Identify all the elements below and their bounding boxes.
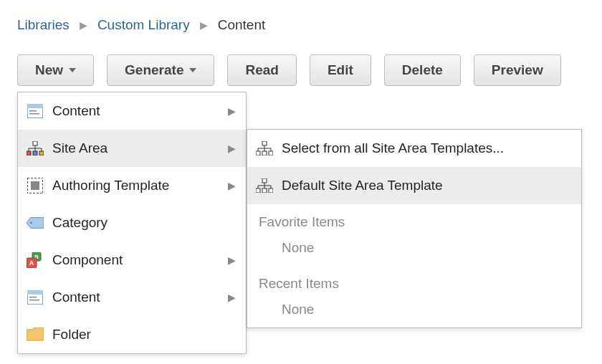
svg-point-15 bbox=[30, 222, 32, 224]
svg-rect-3 bbox=[29, 113, 39, 115]
submenu-item-label: Default Site Area Template bbox=[282, 178, 443, 193]
svg-rect-40 bbox=[262, 188, 267, 193]
new-menu: Content ▶ Site Area ▶ Authoring Template… bbox=[17, 92, 247, 354]
chevron-right-icon: ▶ bbox=[228, 143, 236, 154]
site-area-icon bbox=[256, 177, 273, 194]
generate-button[interactable]: Generate bbox=[107, 54, 214, 86]
svg-rect-2 bbox=[29, 110, 37, 112]
menu-item-label: Folder bbox=[52, 327, 91, 343]
svg-rect-24 bbox=[262, 141, 267, 145]
new-button-label: New bbox=[35, 62, 63, 78]
menu-item-content[interactable]: Content ▶ bbox=[18, 92, 246, 130]
menu-item-component[interactable]: BA Component ▶ bbox=[18, 241, 246, 279]
svg-rect-11 bbox=[33, 151, 37, 155]
chevron-right-icon: ▶ bbox=[228, 254, 236, 266]
svg-rect-12 bbox=[39, 151, 44, 155]
menu-item-label: Category bbox=[52, 215, 108, 231]
preview-button[interactable]: Preview bbox=[474, 54, 561, 86]
menu-item-content-2[interactable]: Content ▶ bbox=[18, 279, 246, 316]
menu-item-label: Site Area bbox=[52, 140, 108, 156]
menu-item-folder[interactable]: Folder bbox=[18, 316, 246, 353]
chevron-right-icon: ▶ bbox=[228, 105, 236, 117]
category-icon bbox=[27, 214, 44, 231]
breadcrumb-libraries[interactable]: Libraries bbox=[17, 17, 70, 33]
folder-icon bbox=[27, 326, 44, 343]
component-icon: BA bbox=[27, 252, 44, 269]
svg-text:A: A bbox=[29, 259, 34, 267]
menu-item-label: Component bbox=[52, 252, 123, 268]
submenu-item-select-all[interactable]: Select from all Site Area Templates... bbox=[247, 130, 581, 167]
breadcrumb-separator-icon: ▶ bbox=[200, 19, 208, 31]
chevron-right-icon: ▶ bbox=[228, 180, 236, 191]
breadcrumb-current: Content bbox=[218, 17, 266, 33]
menu-item-label: Authoring Template bbox=[52, 178, 169, 193]
svg-rect-10 bbox=[27, 151, 31, 155]
menu-item-category[interactable]: Category bbox=[18, 204, 246, 241]
favorite-items-none: None bbox=[247, 233, 581, 266]
breadcrumb-custom-library[interactable]: Custom Library bbox=[97, 17, 190, 33]
menu-item-authoring-template[interactable]: Authoring Template ▶ bbox=[18, 167, 246, 204]
generate-button-label: Generate bbox=[125, 62, 183, 78]
breadcrumb: Libraries ▶ Custom Library ▶ Content bbox=[17, 17, 585, 33]
submenu-item-label: Select from all Site Area Templates... bbox=[282, 140, 504, 156]
content-icon bbox=[27, 102, 44, 120]
caret-down-icon bbox=[69, 68, 76, 72]
new-button[interactable]: New bbox=[17, 54, 94, 86]
svg-rect-39 bbox=[256, 188, 260, 193]
svg-rect-32 bbox=[269, 151, 273, 155]
submenu-item-default[interactable]: Default Site Area Template bbox=[247, 167, 581, 204]
svg-rect-4 bbox=[33, 141, 37, 145]
svg-rect-41 bbox=[269, 188, 273, 193]
svg-rect-23 bbox=[29, 300, 39, 301]
site-area-icon bbox=[256, 140, 273, 157]
menu-item-label: Content bbox=[52, 289, 100, 305]
recent-items-none: None bbox=[247, 294, 581, 327]
breadcrumb-separator-icon: ▶ bbox=[80, 19, 87, 31]
favorite-items-header: Favorite Items bbox=[247, 204, 581, 233]
svg-rect-14 bbox=[31, 181, 39, 190]
svg-rect-30 bbox=[256, 151, 260, 155]
menu-item-site-area[interactable]: Site Area ▶ bbox=[18, 130, 246, 167]
authoring-template-icon bbox=[27, 177, 44, 194]
chevron-right-icon: ▶ bbox=[228, 292, 236, 303]
read-button[interactable]: Read bbox=[227, 54, 296, 86]
menu-item-label: Content bbox=[52, 103, 100, 119]
toolbar: New Generate Read Edit Delete Preview bbox=[17, 54, 585, 86]
svg-rect-31 bbox=[262, 151, 267, 155]
svg-rect-21 bbox=[27, 290, 43, 294]
site-area-icon bbox=[27, 140, 44, 157]
svg-rect-33 bbox=[262, 178, 267, 183]
delete-button[interactable]: Delete bbox=[384, 54, 461, 86]
edit-button[interactable]: Edit bbox=[310, 54, 371, 86]
site-area-submenu: Select from all Site Area Templates... D… bbox=[247, 129, 582, 328]
svg-rect-22 bbox=[29, 297, 37, 298]
caret-down-icon bbox=[189, 68, 196, 72]
svg-rect-1 bbox=[27, 104, 43, 108]
recent-items-header: Recent Items bbox=[247, 266, 581, 294]
content-icon bbox=[27, 289, 44, 306]
